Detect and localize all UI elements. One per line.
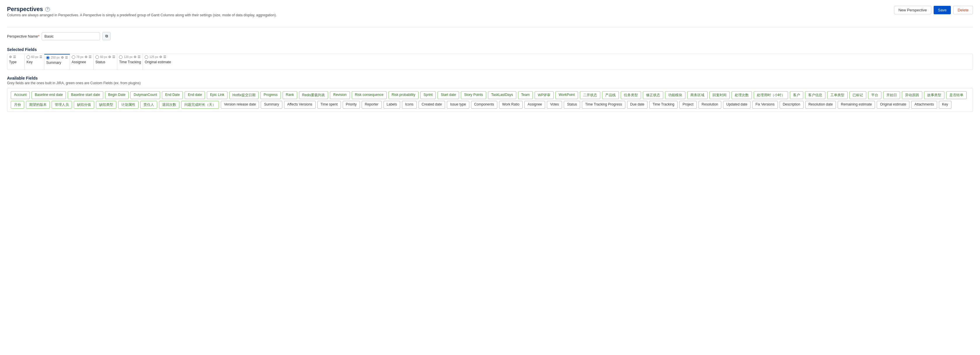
delete-button[interactable]: Delete (953, 6, 973, 14)
field-tag[interactable]: Icons (402, 101, 417, 109)
field-tag[interactable]: Original estimate (877, 101, 909, 109)
selected-field-col-time_tracking[interactable]: 120 pxTime Tracking (117, 54, 143, 70)
field-tag[interactable]: Epic Link (207, 91, 228, 99)
perspective-name-input[interactable] (42, 32, 100, 40)
help-icon[interactable]: ? (45, 7, 50, 12)
selected-field-col-summary[interactable]: 250 pxSummary (45, 54, 70, 70)
field-tag[interactable]: WorkPoint (555, 91, 578, 99)
field-tag[interactable]: 故事类型 (924, 91, 944, 99)
field-tag[interactable]: Hotfix提交日期 (229, 91, 259, 99)
field-tag[interactable]: 客户信息 (805, 91, 826, 99)
field-tag[interactable]: Baseline end date (32, 91, 66, 99)
field-tag[interactable]: Labels (383, 101, 400, 109)
field-tag[interactable]: Version release date (221, 101, 259, 109)
col-radio-original_estimate[interactable] (145, 55, 148, 59)
field-tag[interactable]: 处理次数 (732, 91, 752, 99)
copy-icon-button[interactable]: ⧉ (102, 32, 111, 40)
field-tag[interactable]: 管理人员 (52, 101, 72, 109)
list-icon[interactable] (112, 55, 115, 59)
field-tag[interactable]: Attachments (911, 101, 937, 109)
field-tag[interactable]: 修正状态 (643, 91, 663, 99)
field-tag[interactable]: TaskLastDays (488, 91, 516, 99)
field-tag[interactable]: Rank (283, 91, 297, 99)
list-icon[interactable] (89, 55, 92, 59)
field-tag[interactable]: Time spent (317, 101, 341, 109)
gear-icon[interactable] (9, 55, 12, 59)
field-tag[interactable]: Baseline start date (68, 91, 103, 99)
field-tag[interactable]: Remaining estimate (838, 101, 875, 109)
field-tag[interactable]: Priority (343, 101, 360, 109)
field-tag[interactable]: Description (780, 101, 803, 109)
field-tag[interactable]: Time Tracking Progress (582, 101, 625, 109)
field-tag[interactable]: 商务区域 (687, 91, 708, 99)
list-icon[interactable] (138, 55, 141, 59)
field-tag[interactable]: Progress (261, 91, 281, 99)
field-tag[interactable]: 任务类型 (620, 91, 641, 99)
field-tag[interactable]: Resolution (698, 101, 722, 109)
list-icon[interactable] (40, 55, 42, 59)
selected-field-col-original_estimate[interactable]: 125 pxOriginal estimate (143, 54, 173, 70)
field-tag[interactable]: 是否转单 (946, 91, 967, 99)
field-tag[interactable]: Reporter (362, 101, 382, 109)
field-tag[interactable]: Created date (418, 101, 445, 109)
field-tag[interactable]: Work Ratio (499, 101, 523, 109)
field-tag[interactable]: 问题完成时长（天） (181, 101, 219, 109)
field-tag[interactable]: Components (471, 101, 497, 109)
field-tag[interactable]: Risk consequence (352, 91, 387, 99)
field-tag[interactable]: Fix Versions (752, 101, 778, 109)
field-tag[interactable]: Key (939, 101, 951, 109)
field-tag[interactable]: 工单类型 (827, 91, 848, 99)
gear-icon[interactable] (84, 55, 88, 59)
field-tag[interactable]: Votes (547, 101, 562, 109)
field-tag[interactable]: Issue type (447, 101, 469, 109)
col-radio-time_tracking[interactable] (119, 55, 123, 59)
field-tag[interactable]: Risk probability (388, 91, 418, 99)
field-tag[interactable]: Project (679, 101, 697, 109)
field-tag[interactable]: Summary (261, 101, 282, 109)
field-tag[interactable]: 缺陷类型 (96, 101, 116, 109)
field-tag[interactable]: 计划属性 (118, 101, 138, 109)
field-tag[interactable]: Due date (627, 101, 648, 109)
selected-field-col-status[interactable]: 60 pxStatus (94, 54, 117, 70)
field-tag[interactable]: Sprint (420, 91, 436, 99)
new-perspective-button[interactable]: New Perspective (894, 6, 931, 14)
field-tag[interactable]: 退回次数 (159, 101, 180, 109)
field-tag[interactable]: 处理用时（小时） (754, 91, 788, 99)
field-tag[interactable]: DutymanCount (130, 91, 160, 99)
col-radio-status[interactable] (95, 55, 99, 59)
field-tag[interactable]: End date (185, 91, 205, 99)
save-button[interactable]: Save (934, 6, 951, 14)
field-tag[interactable]: 产品线 (602, 91, 619, 99)
field-tag[interactable]: Team (518, 91, 533, 99)
gear-icon[interactable] (108, 55, 111, 59)
field-tag[interactable]: Story Points (461, 91, 486, 99)
field-tag[interactable]: Affects Versions (284, 101, 316, 109)
selected-field-col-type[interactable]: Type (7, 54, 25, 70)
list-icon[interactable] (163, 55, 166, 59)
field-tag[interactable]: 已标记 (850, 91, 866, 99)
list-icon[interactable] (13, 55, 16, 59)
field-tag[interactable]: 回复时间 (710, 91, 730, 99)
field-tag[interactable]: 功能模块 (665, 91, 686, 99)
field-tag[interactable]: 期望的版本 (26, 101, 50, 109)
field-tag[interactable]: Account (11, 91, 30, 99)
col-radio-summary[interactable] (46, 56, 49, 59)
field-tag[interactable]: 二开状态 (580, 91, 600, 99)
gear-icon[interactable] (61, 55, 64, 59)
field-tag[interactable]: Revision (330, 91, 350, 99)
field-tag[interactable]: Status (564, 101, 580, 109)
list-icon[interactable] (65, 55, 68, 59)
gear-icon[interactable] (159, 55, 162, 59)
col-radio-key[interactable] (27, 55, 30, 59)
field-tag[interactable]: Redis重载列表 (299, 91, 328, 99)
field-tag[interactable]: Assignee (524, 101, 545, 109)
field-tag[interactable]: 平台 (868, 91, 881, 99)
field-tag[interactable]: Updated date (723, 101, 751, 109)
selected-field-col-assignee[interactable]: 78 pxAssignee (70, 54, 94, 70)
field-tag[interactable]: 责任人 (140, 101, 157, 109)
field-tag[interactable]: End Date (162, 91, 183, 99)
field-tag[interactable]: Time Tracking (649, 101, 678, 109)
field-tag[interactable]: 开始日 (883, 91, 900, 99)
gear-icon[interactable] (134, 55, 137, 59)
field-tag[interactable]: WP评审 (535, 91, 554, 99)
